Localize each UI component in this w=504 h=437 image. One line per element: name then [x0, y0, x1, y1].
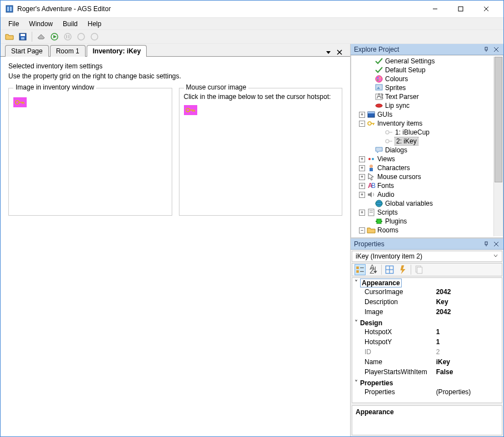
tree-item-colours[interactable]: Colours	[351, 75, 493, 83]
tree-item-views[interactable]: +Views	[351, 155, 493, 163]
tree-item-dialogs[interactable]: Dialogs	[351, 146, 493, 155]
svg-rect-66	[485, 242, 487, 245]
tree-item-fonts[interactable]: +ABFonts	[351, 181, 493, 190]
properties-object-select[interactable]: iKey (Inventory item 2)	[352, 251, 502, 262]
tree-item-mouse-cursors[interactable]: +Mouse cursors	[351, 172, 493, 181]
close-panel-icon[interactable]	[492, 46, 500, 53]
prop-properties[interactable]: Properties(Properties)	[352, 388, 502, 398]
tree-item-default-setup[interactable]: Default Setup	[351, 66, 493, 75]
prop-hotspoty[interactable]: HotspotY1	[352, 338, 502, 348]
expand-icon[interactable]: +	[359, 112, 365, 118]
expand-icon[interactable]: −	[359, 227, 365, 234]
svg-point-50	[368, 158, 371, 160]
prop-cat-appearance[interactable]: ˅Appearance	[352, 278, 502, 288]
categorize-icon[interactable]	[355, 264, 366, 275]
expand-icon[interactable]: +	[359, 156, 365, 162]
tab-dropdown-icon[interactable]	[325, 48, 332, 56]
save-icon[interactable]	[17, 31, 28, 42]
toolbar	[1, 29, 503, 44]
grid-icon[interactable]	[384, 264, 395, 275]
build-icon[interactable]	[36, 31, 47, 42]
editor-hint: Use the property grid on the right to ch…	[8, 72, 342, 80]
tab-room-1[interactable]: Room 1	[50, 45, 86, 57]
properties-header[interactable]: Properties	[351, 239, 503, 250]
tree-item-text-parser[interactable]: AbText Parser	[351, 92, 493, 101]
events-icon[interactable]	[397, 264, 408, 275]
tab-close-icon[interactable]	[336, 48, 343, 56]
pin-icon[interactable]	[482, 46, 490, 53]
open-icon[interactable]	[4, 31, 15, 42]
svg-point-15	[78, 33, 84, 40]
menu-file[interactable]: File	[4, 19, 23, 29]
workspace: Start Page Room 1 Inventory: iKey Select…	[1, 44, 503, 436]
project-tree[interactable]: General Settings Default Setup Colours S…	[351, 55, 503, 238]
tree-item-inventory[interactable]: −Inventory items	[351, 119, 493, 128]
prop-cursorimage[interactable]: CursorImage2042	[352, 288, 502, 298]
inventory-sprite[interactable]	[13, 97, 27, 107]
pin-icon[interactable]	[482, 240, 490, 248]
expand-icon[interactable]: +	[359, 174, 365, 180]
prop-cat-design[interactable]: ˅Design	[352, 318, 502, 328]
expand-icon[interactable]: +	[359, 210, 365, 216]
prop-name[interactable]: NameiKey	[352, 358, 502, 368]
svg-rect-83	[417, 267, 422, 274]
minimize-button[interactable]	[422, 1, 448, 17]
tree-item-plugins[interactable]: Plugins	[351, 217, 493, 226]
prop-description[interactable]: DescriptionKey	[352, 298, 502, 308]
run-icon[interactable]	[49, 31, 60, 42]
svg-marker-11	[53, 35, 57, 38]
prop-playerstarts[interactable]: PlayerStartsWithItemFalse	[352, 368, 502, 378]
maximize-button[interactable]	[448, 1, 473, 17]
properties-toolbar: AZ	[352, 263, 502, 276]
expand-icon[interactable]: +	[359, 192, 365, 198]
tab-inventory-ikey[interactable]: Inventory: iKey	[87, 45, 147, 57]
menu-window[interactable]: Window	[24, 19, 57, 29]
font-icon: AB	[367, 181, 376, 190]
prop-cat-properties[interactable]: ˅Properties	[352, 378, 502, 388]
tree-item-rooms[interactable]: −Rooms	[351, 226, 493, 235]
tree-item-audio[interactable]: +Audio	[351, 190, 493, 199]
tab-start-page[interactable]: Start Page	[5, 45, 49, 57]
prop-image[interactable]: Image2042	[352, 308, 502, 318]
pages-icon[interactable]	[413, 264, 425, 275]
step-icon[interactable]	[76, 31, 87, 42]
svg-rect-64	[376, 221, 377, 222]
plugin-icon	[375, 217, 383, 226]
tree-scrollbar[interactable]	[493, 57, 503, 236]
tree-item-sprites[interactable]: Sprites	[351, 83, 493, 92]
tree-item-lip-sync[interactable]: Lip sync	[351, 101, 493, 110]
editor-pane: Start Page Room 1 Inventory: iKey Select…	[1, 44, 351, 436]
sprite-icon	[375, 83, 383, 92]
tree-item-inv-1[interactable]: 1: iBlueCup	[351, 128, 493, 137]
collapse-icon[interactable]: −	[359, 121, 365, 127]
cursor-sprite[interactable]	[184, 105, 197, 115]
tree-item-general[interactable]: General Settings	[351, 57, 493, 66]
expand-icon[interactable]: +	[359, 165, 365, 171]
tree-item-characters[interactable]: +Characters	[351, 163, 493, 172]
stop-icon[interactable]	[89, 31, 100, 42]
properties-grid[interactable]: ˅Appearance CursorImage2042 DescriptionK…	[352, 277, 502, 403]
svg-marker-57	[368, 192, 372, 197]
menu-build[interactable]: Build	[58, 19, 82, 29]
menu-help[interactable]: Help	[83, 19, 106, 29]
close-panel-icon[interactable]	[492, 240, 500, 248]
tree-item-guis[interactable]: +GUIs	[351, 110, 493, 119]
tree-item-scripts[interactable]: +Scripts	[351, 208, 493, 217]
svg-text:Z: Z	[370, 267, 374, 275]
key-icon	[385, 128, 393, 137]
views-icon	[367, 155, 376, 163]
titlebar[interactable]: Roger's Adventure - AGS Editor	[1, 1, 503, 17]
palette-icon	[375, 75, 383, 83]
explore-header[interactable]: Explore Project	[351, 44, 503, 55]
expand-icon[interactable]: +	[359, 183, 365, 189]
close-button[interactable]	[473, 1, 499, 17]
svg-rect-4	[458, 7, 463, 11]
svg-rect-8	[21, 34, 25, 36]
sort-icon[interactable]: AZ	[368, 264, 379, 275]
prop-hotspotx[interactable]: HotspotX1	[352, 328, 502, 338]
svg-rect-42	[368, 112, 375, 113]
tree-item-inv-2[interactable]: 2: iKey	[351, 137, 493, 146]
pause-icon[interactable]	[62, 31, 73, 42]
tree-item-globals[interactable]: Global variables	[351, 199, 493, 208]
properties-title: Properties	[354, 240, 482, 248]
